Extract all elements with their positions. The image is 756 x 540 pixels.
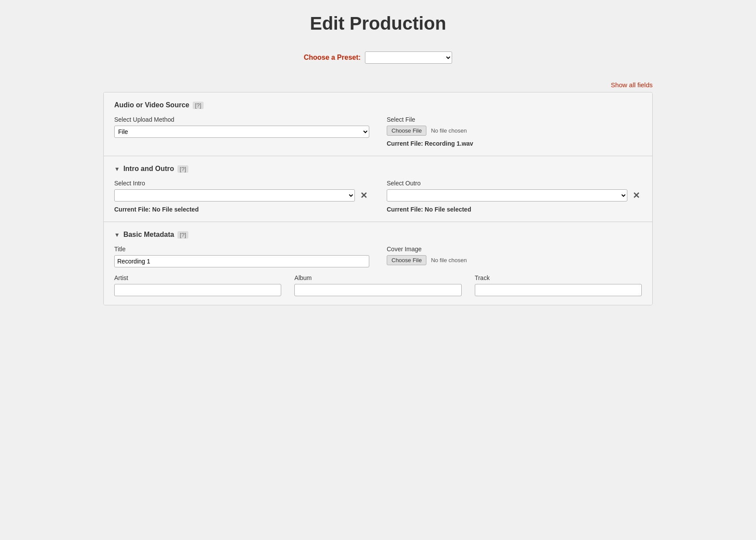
title-input[interactable] (114, 255, 369, 267)
cover-image-label: Cover Image (387, 246, 642, 253)
intro-outro-help[interactable]: [?] (177, 165, 188, 173)
intro-outro-title: Intro and Outro (123, 165, 174, 173)
select-intro-label: Select Intro (114, 180, 369, 187)
track-label: Track (475, 274, 642, 281)
preset-select[interactable] (365, 51, 452, 64)
intro-select[interactable] (114, 189, 355, 202)
outro-current-file: Current File: No File selected (387, 206, 642, 213)
audio-source-current-file: Current File: Recording 1.wav (387, 140, 642, 147)
intro-outro-section: ▼ Intro and Outro [?] Select Intro ✕ Cur… (104, 156, 652, 222)
album-label: Album (294, 274, 461, 281)
select-outro-group: Select Outro ✕ Current File: No File sel… (387, 180, 642, 213)
album-group: Album (294, 274, 461, 296)
select-intro-row: ✕ (114, 189, 369, 202)
audio-video-source-fields: Select Upload Method File URL FTP Select… (114, 116, 642, 147)
artist-input[interactable] (114, 284, 281, 296)
artist-label: Artist (114, 274, 281, 281)
select-intro-group: Select Intro ✕ Current File: No File sel… (114, 180, 369, 213)
basic-metadata-header: ▼ Basic Metadata [?] (114, 231, 642, 239)
select-outro-label: Select Outro (387, 180, 642, 187)
audio-video-source-title: Audio or Video Source (114, 101, 189, 109)
page-title: Edit Production (103, 13, 653, 34)
intro-outro-header: ▼ Intro and Outro [?] (114, 165, 642, 173)
basic-metadata-help[interactable]: [?] (177, 231, 188, 239)
preset-label: Choose a Preset: (304, 54, 361, 62)
intro-current-file: Current File: No File selected (114, 206, 369, 213)
cover-image-no-file-text: No file chosen (431, 257, 467, 263)
basic-metadata-collapse-icon[interactable]: ▼ (114, 232, 120, 238)
basic-metadata-bottom-fields: Artist Album Track (114, 274, 642, 296)
audio-source-no-file-text: No file chosen (431, 127, 467, 134)
audio-video-source-section: Audio or Video Source [?] Select Upload … (104, 92, 652, 156)
track-input[interactable] (475, 284, 642, 296)
basic-metadata-title: Basic Metadata (123, 231, 174, 239)
audio-video-source-header: Audio or Video Source [?] (114, 101, 642, 109)
cover-image-group: Cover Image Choose File No file chosen (387, 246, 642, 267)
intro-outro-collapse-icon[interactable]: ▼ (114, 166, 120, 172)
basic-metadata-top-fields: Title Cover Image Choose File No file ch… (114, 246, 642, 267)
select-file-row: Choose File No file chosen (387, 126, 642, 136)
select-file-group: Select File Choose File No file chosen C… (387, 116, 642, 147)
outro-clear-button[interactable]: ✕ (631, 190, 642, 201)
cover-image-row: Choose File No file chosen (387, 255, 642, 265)
audio-video-source-help[interactable]: [?] (193, 102, 203, 109)
outro-select[interactable] (387, 189, 627, 202)
preset-row: Choose a Preset: (103, 51, 653, 64)
intro-outro-fields: Select Intro ✕ Current File: No File sel… (114, 180, 642, 213)
basic-metadata-section: ▼ Basic Metadata [?] Title Cover Image C… (104, 222, 652, 305)
intro-clear-button[interactable]: ✕ (358, 190, 369, 201)
main-panel: Audio or Video Source [?] Select Upload … (103, 92, 653, 305)
show-all-fields-link[interactable]: Show all fields (611, 81, 653, 89)
upload-method-select[interactable]: File URL FTP (114, 126, 369, 138)
album-input[interactable] (294, 284, 461, 296)
upload-method-label: Select Upload Method (114, 116, 369, 123)
audio-source-choose-file-button[interactable]: Choose File (387, 126, 426, 136)
upload-method-group: Select Upload Method File URL FTP (114, 116, 369, 147)
track-group: Track (475, 274, 642, 296)
title-group: Title (114, 246, 369, 267)
select-file-label: Select File (387, 116, 642, 123)
cover-image-choose-file-button[interactable]: Choose File (387, 255, 426, 265)
title-label: Title (114, 246, 369, 253)
artist-group: Artist (114, 274, 281, 296)
select-outro-row: ✕ (387, 189, 642, 202)
show-all-fields-row: Show all fields (103, 81, 653, 89)
